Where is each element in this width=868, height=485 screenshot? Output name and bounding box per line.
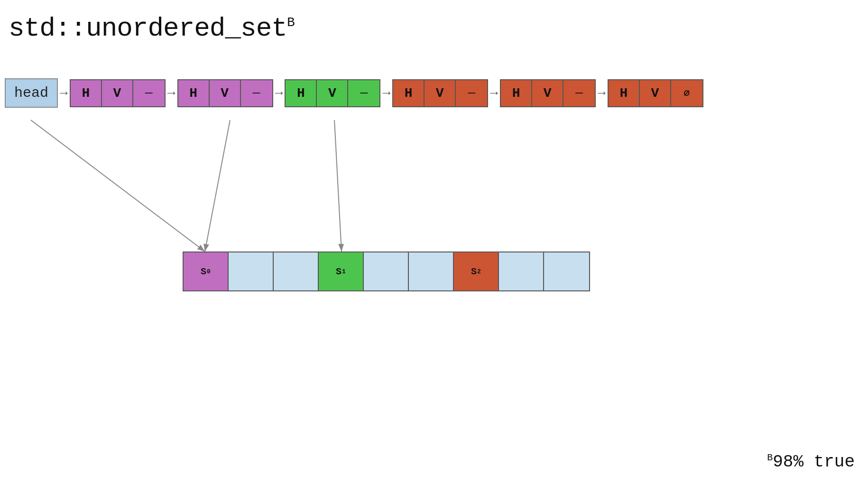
- bucket-3: S1: [319, 252, 364, 290]
- node-3-extra: —: [456, 80, 487, 106]
- title-superscript: B: [287, 15, 295, 30]
- bucket-array: S0 S1 S2: [183, 252, 590, 291]
- node-5-extra: ∅: [671, 80, 702, 106]
- node-0-extra: —: [133, 80, 165, 106]
- node-2-h: H: [286, 80, 317, 106]
- arrow-node1-to-bucket0: [205, 120, 230, 252]
- confidence-value: 98% true: [773, 452, 855, 472]
- arrow-4: →: [488, 86, 500, 101]
- node-0-v: V: [102, 80, 133, 106]
- node-4-v: V: [532, 80, 563, 106]
- arrow-3: →: [380, 86, 392, 101]
- node-5-h: H: [609, 80, 640, 106]
- bucket-5: [409, 252, 454, 290]
- title-text: std::unordered_set: [9, 13, 287, 44]
- node-0-h: H: [71, 80, 102, 106]
- node-2-v: V: [317, 80, 348, 106]
- bucket-7: [499, 252, 544, 290]
- bucket-6: S2: [454, 252, 499, 290]
- node-4: H V —: [500, 79, 596, 107]
- node-3-v: V: [425, 80, 456, 106]
- node-2-extra: —: [348, 80, 379, 106]
- bucket-2: [274, 252, 319, 290]
- node-3-h: H: [393, 80, 425, 106]
- node-4-h: H: [501, 80, 532, 106]
- arrow-node2-to-bucket1: [334, 120, 342, 252]
- head-node: head: [5, 78, 58, 108]
- arrow-0: →: [58, 86, 70, 101]
- arrow-head-to-bucket0: [31, 120, 205, 252]
- node-0: H V —: [70, 79, 166, 107]
- bucket-8: [544, 252, 589, 290]
- node-2: H V —: [285, 79, 380, 107]
- node-1-v: V: [210, 80, 241, 106]
- node-5-v: V: [640, 80, 671, 106]
- arrow-5: →: [596, 86, 608, 101]
- node-1-extra: —: [241, 80, 272, 106]
- node-3: H V —: [392, 79, 488, 107]
- confidence-superscript: B: [767, 452, 773, 463]
- node-4-extra: —: [563, 80, 595, 106]
- bucket-1: [229, 252, 274, 290]
- linked-list: head → H V — → H V — → H V — → H V — → H…: [5, 78, 703, 108]
- bucket-4: [364, 252, 409, 290]
- node-5: H V ∅: [608, 79, 703, 107]
- arrows-overlay: [0, 0, 868, 485]
- confidence-badge: B98% true: [767, 452, 855, 472]
- node-1: H V —: [177, 79, 273, 107]
- page-title: std::unordered_setB: [9, 13, 295, 44]
- node-1-h: H: [178, 80, 210, 106]
- arrow-2: →: [273, 86, 285, 101]
- arrow-1: →: [166, 86, 177, 101]
- bucket-0: S0: [184, 252, 229, 290]
